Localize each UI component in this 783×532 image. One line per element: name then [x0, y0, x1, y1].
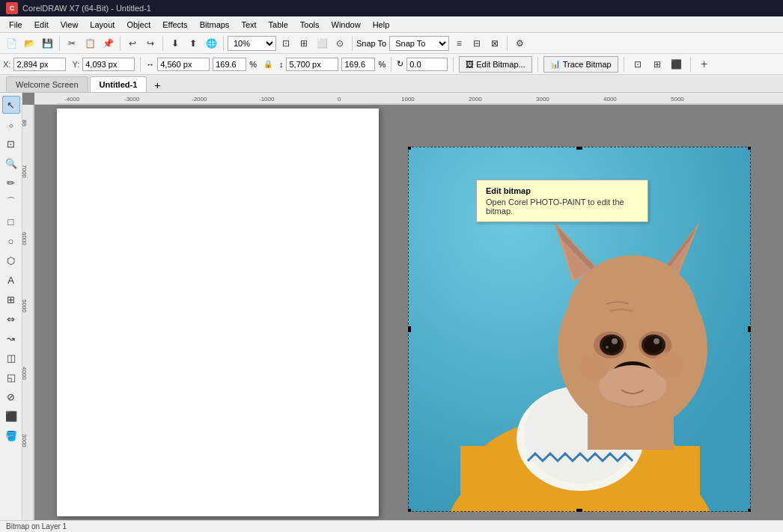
handle-tr[interactable]	[748, 146, 752, 150]
snap-btn2[interactable]: ⊟	[469, 35, 485, 52]
crop-tool[interactable]: ⊡	[2, 135, 20, 153]
rectangle-tool[interactable]: □	[2, 213, 20, 230]
angle-field[interactable]	[406, 58, 448, 71]
canvas-inner[interactable]: Edit bitmap Open Corel PHOTO-PAINT to ed…	[34, 105, 783, 520]
handle-bc[interactable]	[576, 509, 582, 513]
options-button[interactable]: ⚙	[511, 35, 528, 52]
width-field[interactable]	[157, 58, 210, 71]
save-button[interactable]: 💾	[39, 35, 55, 52]
connector-tool[interactable]: ↝	[2, 329, 20, 347]
tab-welcome[interactable]: Welcome Screen	[6, 76, 88, 92]
polygon-tool[interactable]: ⬡	[2, 251, 20, 269]
handle-ml[interactable]	[407, 326, 411, 332]
bitmap-colormode-button[interactable]: ⬛	[668, 56, 685, 73]
height-pct[interactable]	[341, 58, 375, 71]
svg-text:-2000: -2000	[192, 96, 207, 103]
menu-bitmaps[interactable]: Bitmaps	[194, 19, 236, 31]
text-tool[interactable]: A	[2, 271, 20, 289]
menu-layout[interactable]: Layout	[84, 19, 121, 31]
zoom-prev-button[interactable]: ⊙	[332, 35, 348, 52]
selector-tool[interactable]: ↖	[2, 96, 20, 114]
sep4	[223, 36, 224, 51]
snap-dropdown[interactable]: Snap To	[389, 36, 449, 51]
zoom-tool[interactable]: 🔍	[2, 154, 20, 172]
fill-tool[interactable]: ⬛	[2, 407, 20, 425]
menu-tools[interactable]: Tools	[294, 19, 326, 31]
snap-btn1[interactable]: ≡	[451, 35, 467, 52]
handle-br[interactable]	[748, 509, 752, 513]
menu-view[interactable]: View	[55, 19, 85, 31]
svg-point-35	[603, 337, 621, 353]
undo-button[interactable]: ↩	[124, 35, 141, 52]
height-field[interactable]	[286, 58, 338, 71]
menu-text[interactable]: Text	[235, 19, 262, 31]
menu-window[interactable]: Window	[326, 19, 367, 31]
edit-bitmap-label: Edit Bitmap...	[476, 60, 525, 69]
x-field[interactable]	[13, 58, 66, 71]
eyedropper-tool[interactable]: ⊘	[2, 388, 20, 406]
table-tool[interactable]: ⊞	[2, 290, 20, 308]
svg-text:-3000: -3000	[124, 96, 140, 103]
handle-tc[interactable]	[576, 146, 582, 150]
paste-button[interactable]: 📌	[100, 35, 116, 52]
svg-point-37	[606, 346, 609, 349]
titlebar: C CorelDRAW X7 (64-Bit) - Untitled-1	[0, 0, 783, 16]
ruler-h-svg: -4000 -3000 -2000 -1000 0 1000 2000 3000…	[57, 93, 783, 105]
resample-button[interactable]: ⊞	[649, 56, 665, 73]
add-button[interactable]: +	[696, 56, 713, 73]
svg-rect-47	[588, 412, 674, 450]
menu-table[interactable]: Table	[263, 19, 294, 31]
svg-text:3000: 3000	[536, 96, 549, 103]
redo-button[interactable]: ↪	[142, 35, 159, 52]
menu-object[interactable]: Object	[121, 19, 156, 31]
width-pct[interactable]	[213, 58, 246, 71]
height-icon: ↕	[279, 60, 284, 69]
lock-ratio-button[interactable]: 🔒	[260, 56, 276, 73]
menu-help[interactable]: Help	[367, 19, 396, 31]
zoom-level-button[interactable]: ⊡	[278, 35, 294, 52]
svg-text:3000: 3000	[22, 434, 28, 447]
handle-tl[interactable]	[407, 146, 411, 150]
transparency-tool[interactable]: ◱	[2, 368, 20, 386]
snap-label: Snap To	[356, 39, 386, 48]
crop-bitmap-button[interactable]: ⊡	[630, 56, 646, 73]
copy-button[interactable]: 📋	[82, 35, 98, 52]
left-toolbar: ↖ ⬦ ⊡ 🔍 ✏ ⌒ □ ○ ⬡ A ⊞ ⇔ ↝ ◫ ◱ ⊘ ⬛ 🪣	[0, 93, 22, 520]
zoom-dropdown[interactable]: 10% 25% 50% 100%	[228, 36, 276, 51]
sep5	[352, 36, 353, 51]
smart-fill-tool[interactable]: 🪣	[2, 426, 20, 444]
freehand-tool[interactable]: ✏	[2, 174, 20, 192]
node-edit-tool[interactable]: ⬦	[2, 115, 20, 133]
menu-effects[interactable]: Effects	[156, 19, 193, 31]
smart-draw-tool[interactable]: ⌒	[2, 193, 20, 211]
snap-btn3[interactable]: ⊠	[487, 35, 503, 52]
trace-icon: 📊	[550, 59, 561, 69]
menu-edit[interactable]: Edit	[28, 19, 55, 31]
handle-mr[interactable]	[748, 326, 752, 332]
y-label: Y:	[72, 60, 79, 69]
tab-welcome-label: Welcome Screen	[16, 80, 79, 89]
edit-bitmap-button[interactable]: 🖼 Edit Bitmap...	[459, 56, 531, 73]
handle-bl[interactable]	[407, 509, 411, 513]
export-button[interactable]: ⬆	[185, 35, 201, 52]
new-button[interactable]: 📄	[3, 35, 19, 52]
y-field[interactable]	[82, 58, 135, 71]
dimension-tool[interactable]: ⇔	[2, 310, 20, 328]
tab-add-button[interactable]: +	[150, 79, 165, 92]
ellipse-tool[interactable]: ○	[2, 232, 20, 250]
zoom-page-button[interactable]: ⊞	[296, 35, 312, 52]
menu-file[interactable]: File	[3, 19, 28, 31]
trace-bitmap-button[interactable]: 📊 Trace Bitmap	[543, 56, 618, 73]
drop-shadow-tool[interactable]: ◫	[2, 349, 20, 367]
edit-bitmap-icon: 🖼	[466, 60, 474, 69]
sep12	[690, 57, 691, 72]
sep1	[59, 36, 60, 51]
cut-button[interactable]: ✂	[64, 35, 80, 52]
canvas-area[interactable]: -4000 -3000 -2000 -1000 0 1000 2000 3000…	[22, 93, 783, 520]
publish-button[interactable]: 🌐	[203, 35, 219, 52]
open-button[interactable]: 📂	[21, 35, 37, 52]
tab-untitled[interactable]: Untitled-1	[90, 76, 147, 92]
property-toolbar: X: Y: ↔ % 🔒 ↕ % ↻ 🖼 Edit Bitmap... 📊 Tra…	[0, 54, 783, 75]
zoom-full-button[interactable]: ⬜	[314, 35, 330, 52]
import-button[interactable]: ⬇	[167, 35, 183, 52]
